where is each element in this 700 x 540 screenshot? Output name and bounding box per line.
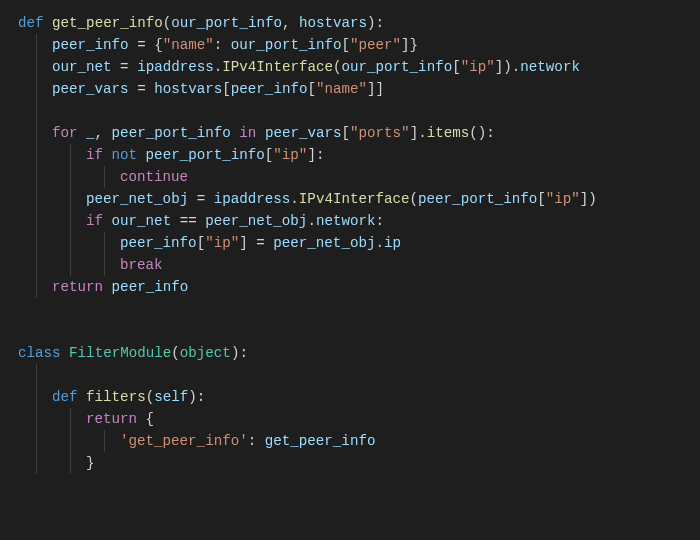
token-pun: , — [282, 15, 299, 31]
token-var: ipaddress — [214, 191, 291, 207]
code-line: peer_vars = hostvars[peer_info["name"]] — [18, 78, 682, 100]
token-pun — [103, 213, 112, 229]
indent-guide — [70, 188, 71, 210]
indent-guide — [70, 166, 71, 188]
token-kwop: if — [86, 147, 103, 163]
token-pun: ]) — [580, 191, 597, 207]
code-line: peer_info = {"name": our_port_info["peer… — [18, 34, 682, 56]
token-pun: ]). — [495, 59, 521, 75]
indent-guide — [36, 122, 37, 144]
token-pun: = — [112, 59, 138, 75]
code-line — [18, 100, 682, 122]
token-var: self — [154, 389, 188, 405]
token-pun: ]: — [307, 147, 324, 163]
token-var: hostvars — [154, 81, 222, 97]
code-line — [18, 298, 682, 320]
code-line: peer_net_obj = ipaddress.IPv4Interface(p… — [18, 188, 682, 210]
token-var: hostvars — [299, 15, 367, 31]
code-line: class FilterModule(object): — [18, 342, 682, 364]
token-pun: [ — [342, 125, 351, 141]
token-pun: , — [95, 125, 112, 141]
token-kw: def — [18, 15, 52, 31]
indent-guide — [36, 276, 37, 298]
token-str: "peer" — [350, 37, 401, 53]
token-pun: ]] — [367, 81, 384, 97]
code-line: return peer_info — [18, 276, 682, 298]
code-line — [18, 320, 682, 342]
token-str: "ip" — [461, 59, 495, 75]
indent-guide — [36, 144, 37, 166]
token-pun: . — [307, 213, 316, 229]
code-line: def get_peer_info(our_port_info, hostvar… — [18, 12, 682, 34]
token-var: peer_info — [231, 81, 308, 97]
token-var: peer_net_obj — [205, 213, 307, 229]
token-var: peer_vars — [52, 81, 129, 97]
token-pun — [103, 147, 112, 163]
indent-guide — [70, 408, 71, 430]
indent-guide — [70, 210, 71, 232]
token-var: peer_net_obj — [273, 235, 375, 251]
token-pun: [ — [342, 37, 351, 53]
token-str: "ip" — [205, 235, 239, 251]
token-var: peer_port_info — [112, 125, 231, 141]
token-pun: . — [290, 191, 299, 207]
code-line: peer_info["ip"] = peer_net_obj.ip — [18, 232, 682, 254]
token-pun: ]} — [401, 37, 418, 53]
token-var: _ — [86, 125, 95, 141]
token-pun: = { — [129, 37, 163, 53]
token-kwop: in — [239, 125, 256, 141]
token-var: network — [520, 59, 580, 75]
token-pun: ): — [188, 389, 205, 405]
indent-guide — [36, 188, 37, 210]
code-line: 'get_peer_info': get_peer_info — [18, 430, 682, 452]
token-str: "name" — [163, 37, 214, 53]
token-pun: . — [375, 235, 384, 251]
token-pun: ( — [333, 59, 342, 75]
token-var: peer_port_info — [146, 147, 265, 163]
indent-guide — [70, 232, 71, 254]
code-line: for _, peer_port_info in peer_vars["port… — [18, 122, 682, 144]
token-var: peer_net_obj — [86, 191, 188, 207]
token-pun — [256, 125, 265, 141]
token-pun — [137, 147, 146, 163]
token-kw: not — [112, 147, 138, 163]
token-pun: [ — [197, 235, 206, 251]
token-str: 'get_peer_info' — [120, 433, 248, 449]
token-var: our_port_info — [231, 37, 342, 53]
token-pun: [ — [222, 81, 231, 97]
indent-guide — [104, 232, 105, 254]
indent-guide — [36, 408, 37, 430]
token-kwop: return — [86, 411, 137, 427]
token-pun — [103, 279, 112, 295]
indent-guide — [36, 452, 37, 474]
token-pun: [ — [537, 191, 546, 207]
token-pun: } — [86, 455, 95, 471]
indent-guide — [36, 386, 37, 408]
token-pun: [ — [452, 59, 461, 75]
token-kw: def — [52, 389, 86, 405]
token-var: network — [316, 213, 376, 229]
indent-guide — [104, 254, 105, 276]
token-var: our_net — [112, 213, 172, 229]
indent-guide — [70, 254, 71, 276]
token-pun: ( — [146, 389, 155, 405]
token-var: peer_vars — [265, 125, 342, 141]
token-kwop: break — [120, 257, 163, 273]
token-pun: ]. — [410, 125, 427, 141]
token-fn: items — [427, 125, 470, 141]
indent-guide — [104, 166, 105, 188]
token-pun: : — [248, 433, 265, 449]
token-pun: : — [214, 37, 231, 53]
indent-guide — [36, 364, 37, 386]
code-line: break — [18, 254, 682, 276]
token-cls: object — [180, 345, 231, 361]
indent-guide — [36, 166, 37, 188]
indent-guide — [36, 78, 37, 100]
code-line — [18, 364, 682, 386]
token-pun: ( — [163, 15, 172, 31]
token-pun: ( — [171, 345, 180, 361]
indent-guide — [36, 100, 37, 122]
token-pun: ] = — [239, 235, 273, 251]
token-kwop: return — [52, 279, 103, 295]
token-var: peer_info — [52, 37, 129, 53]
